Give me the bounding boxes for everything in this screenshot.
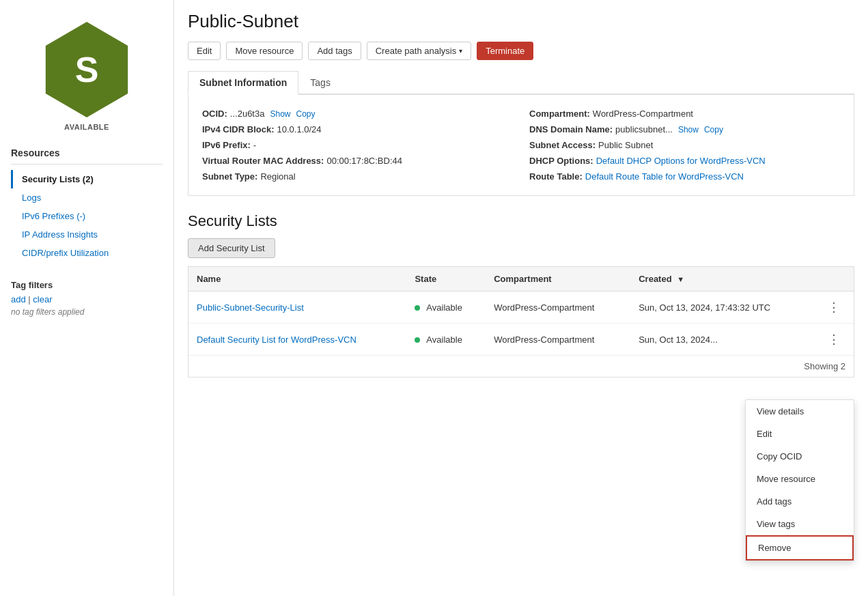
row2-state: Available: [406, 324, 486, 356]
info-grid: OCID: ...2u6t3a Show Copy IPv4 CIDR Bloc…: [202, 106, 840, 184]
menu-item-move-resource[interactable]: Move resource: [746, 468, 854, 490]
security-list-link-1[interactable]: Public-Subnet-Security-List: [197, 302, 304, 313]
tab-tags[interactable]: Tags: [298, 71, 342, 95]
col-header-compartment: Compartment: [486, 267, 630, 292]
status-dot-1: [415, 305, 420, 311]
col-header-actions: [814, 267, 854, 292]
row1-state: Available: [406, 292, 486, 324]
tag-filter-separator: |: [28, 294, 30, 304]
tabs: Subnet Information Tags: [188, 71, 854, 95]
sidebar-item-cidr-prefix-utilization[interactable]: CIDR/prefix Utilization: [11, 244, 163, 262]
security-list-link-2[interactable]: Default Security List for WordPress-VCN: [197, 335, 356, 345]
create-path-label: Create path analysis: [376, 46, 457, 56]
ocid-copy-link[interactable]: Copy: [296, 109, 315, 119]
move-resource-button[interactable]: Move resource: [226, 42, 303, 60]
add-tags-button[interactable]: Add tags: [308, 42, 361, 60]
security-lists-table: Name State Compartment Created ▼ Public-…: [188, 267, 854, 355]
sidebar-divider: [11, 164, 163, 165]
sidebar-nav: Security Lists (2) Logs IPv6 Prefixes (-…: [11, 170, 163, 262]
compartment-row: Compartment: WordPress-Compartment: [529, 106, 840, 122]
row1-name: Public-Subnet-Security-List: [188, 292, 406, 324]
dhcp-row: DHCP Options: Default DHCP Options for W…: [529, 153, 840, 169]
subnet-access-label: Subnet Access:: [529, 140, 596, 150]
route-table-link[interactable]: Default Route Table for WordPress-VCN: [585, 171, 744, 182]
ocid-label: OCID:: [202, 109, 227, 119]
row1-state-text: Available: [426, 302, 462, 313]
ipv6-label: IPv6 Prefix:: [202, 140, 251, 150]
dns-show-link[interactable]: Show: [678, 125, 699, 134]
terminate-button[interactable]: Terminate: [477, 42, 533, 60]
row1-compartment: WordPress-Compartment: [486, 292, 630, 324]
sidebar-item-ip-address-insights[interactable]: IP Address Insights: [11, 225, 163, 244]
clear-tag-filter-link[interactable]: clear: [33, 294, 52, 304]
ipv6-value: -: [253, 140, 256, 150]
sort-icon: ▼: [677, 275, 684, 283]
add-tag-filter-link[interactable]: add: [11, 294, 26, 304]
dhcp-link[interactable]: Default DHCP Options for WordPress-VCN: [596, 156, 766, 166]
info-col-left: OCID: ...2u6t3a Show Copy IPv4 CIDR Bloc…: [202, 106, 513, 184]
tag-filters-links: add | clear: [11, 294, 163, 304]
security-lists-title: Security Lists: [188, 212, 854, 230]
resources-title: Resources: [11, 147, 163, 158]
dns-row: DNS Domain Name: publicsubnet... Show Co…: [529, 122, 840, 137]
tag-filters-title: Tag filters: [11, 280, 163, 290]
dns-copy-link[interactable]: Copy: [704, 125, 723, 134]
sidebar-item-logs[interactable]: Logs: [11, 188, 163, 207]
menu-item-view-tags[interactable]: View tags: [746, 513, 854, 535]
table-row: Default Security List for WordPress-VCN …: [188, 324, 854, 356]
compartment-value: WordPress-Compartment: [593, 109, 693, 119]
ocid-show-link[interactable]: Show: [270, 109, 290, 119]
menu-item-remove[interactable]: Remove: [746, 535, 854, 560]
ipv6-row: IPv6 Prefix: -: [202, 137, 513, 153]
row2-actions: ⋮: [814, 324, 854, 356]
subnet-info-panel: OCID: ...2u6t3a Show Copy IPv4 CIDR Bloc…: [188, 95, 854, 196]
main-content: Public-Subnet Edit Move resource Add tag…: [174, 0, 868, 596]
subnet-type-row: Subnet Type: Regional: [202, 169, 513, 184]
status-label: AVAILABLE: [64, 123, 109, 131]
dns-value: publicsubnet...: [615, 124, 673, 134]
security-lists-table-wrap: Name State Compartment Created ▼ Public-…: [188, 266, 854, 378]
info-col-right: Compartment: WordPress-Compartment DNS D…: [529, 106, 840, 184]
menu-item-add-tags[interactable]: Add tags: [746, 490, 854, 513]
tab-subnet-information[interactable]: Subnet Information: [188, 71, 298, 95]
subnet-access-row: Subnet Access: Public Subnet: [529, 137, 840, 153]
sidebar-item-security-lists[interactable]: Security Lists (2): [11, 170, 163, 188]
ocid-value: ...2u6t3a: [230, 109, 265, 119]
col-header-state: State: [406, 267, 486, 292]
table-footer: Showing 2: [188, 355, 854, 377]
row2-state-text: Available: [426, 335, 462, 345]
add-security-list-button[interactable]: Add Security List: [188, 238, 275, 258]
dns-label: DNS Domain Name:: [529, 124, 613, 134]
context-menu: View details Edit Copy OCID Move resourc…: [745, 399, 854, 561]
route-table-row: Route Table: Default Route Table for Wor…: [529, 169, 840, 184]
col-header-created[interactable]: Created ▼: [630, 267, 814, 292]
resource-hexagon: S: [39, 22, 135, 117]
row2-created: Sun, Oct 13, 2024...: [630, 324, 814, 356]
row1-created: Sun, Oct 13, 2024, 17:43:32 UTC: [630, 292, 814, 324]
sidebar-item-ipv6-prefixes[interactable]: IPv6 Prefixes (-): [11, 207, 163, 225]
chevron-down-icon: ▾: [459, 47, 462, 55]
menu-item-copy-ocid[interactable]: Copy OCID: [746, 445, 854, 468]
no-filters-text: no tag filters applied: [11, 307, 163, 317]
ocid-row: OCID: ...2u6t3a Show Copy: [202, 106, 513, 122]
menu-item-edit[interactable]: Edit: [746, 423, 854, 445]
router-mac-label: Virtual Router MAC Address:: [202, 156, 324, 166]
edit-button[interactable]: Edit: [188, 42, 221, 60]
row2-compartment: WordPress-Compartment: [486, 324, 630, 356]
subnet-type-value: Regional: [260, 171, 295, 182]
sidebar: S AVAILABLE Resources Security Lists (2)…: [0, 0, 174, 596]
status-dot-2: [415, 337, 420, 343]
compartment-label: Compartment:: [529, 109, 590, 119]
tag-filters-section: Tag filters add | clear no tag filters a…: [0, 272, 173, 325]
resources-section: Resources Security Lists (2) Logs IPv6 P…: [0, 139, 173, 266]
route-table-label: Route Table:: [529, 171, 583, 182]
row2-kebab-button[interactable]: ⋮: [822, 330, 845, 348]
router-mac-value: 00:00:17:8C:BD:44: [326, 156, 402, 166]
col-header-name: Name: [188, 267, 406, 292]
menu-item-view-details[interactable]: View details: [746, 400, 854, 423]
page-title: Public-Subnet: [188, 11, 854, 32]
row1-kebab-button[interactable]: ⋮: [822, 298, 845, 316]
create-path-analysis-button[interactable]: Create path analysis ▾: [367, 42, 472, 60]
table-row: Public-Subnet-Security-List Available Wo…: [188, 292, 854, 324]
resource-icon-wrap: S AVAILABLE: [0, 11, 173, 139]
